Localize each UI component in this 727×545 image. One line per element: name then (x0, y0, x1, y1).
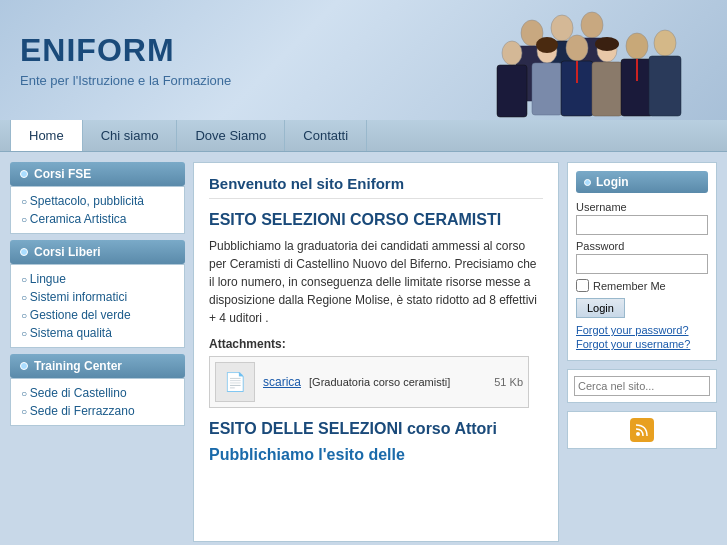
sidebar-link[interactable]: Lingue (21, 270, 174, 288)
sidebar-header-label: Corsi Liberi (34, 245, 101, 259)
svg-rect-19 (649, 56, 681, 116)
section1-text: Pubblichiamo la graduatoria dei candidat… (209, 237, 543, 327)
attachment-box: 📄 scarica [Graduatoria corso ceramisti] … (209, 356, 529, 408)
right-sidebar: Login Username Password Remember Me Logi… (567, 162, 717, 542)
sidebar-link[interactable]: Sistema qualità (21, 324, 174, 342)
svg-point-18 (654, 30, 676, 56)
section3-title: Pubblichiamo l'esito delle (209, 446, 543, 464)
svg-point-2 (551, 15, 573, 41)
forgot-username-link[interactable]: Forgot your username? (576, 338, 708, 350)
welcome-heading: Benvenuto nel sito Eniform (209, 175, 543, 199)
svg-point-11 (566, 35, 588, 61)
sidebar-dot (20, 170, 28, 178)
sidebar-link[interactable]: Spettacolo, pubblicità (21, 192, 174, 210)
sidebar-link[interactable]: Gestione del verde (21, 306, 174, 324)
header: ENIFORM Ente per l'Istruzione e la Forma… (0, 0, 727, 120)
section2-title: ESITO DELLE SELEZIONI corso Attori (209, 420, 543, 438)
password-input[interactable] (576, 254, 708, 274)
svg-point-4 (581, 12, 603, 38)
main-layout: Corsi FSESpettacolo, pubblicitàCeramica … (0, 152, 727, 545)
svg-point-9 (536, 37, 558, 53)
people-illustration (492, 3, 702, 118)
sidebar-header-label: Training Center (34, 359, 122, 373)
sidebar-links-training-center: Sede di CastellinoSede di Ferrazzano (10, 378, 185, 426)
sidebar-header-corsi-fse: Corsi FSE (10, 162, 185, 186)
nav-item-home[interactable]: Home (10, 120, 83, 151)
username-input[interactable] (576, 215, 708, 235)
search-box (567, 369, 717, 403)
login-box: Login Username Password Remember Me Logi… (567, 162, 717, 361)
rss-box (567, 411, 717, 449)
svg-rect-15 (592, 62, 622, 116)
attachment-icon: 📄 (215, 362, 255, 402)
nav-item-dove-siamo[interactable]: Dove Siamo (177, 120, 285, 151)
remember-me-row: Remember Me (576, 279, 708, 292)
sidebar-link[interactable]: Sistemi informatici (21, 288, 174, 306)
sidebar-link[interactable]: Sede di Castellino (21, 384, 174, 402)
login-links: Forgot your password? Forgot your userna… (576, 324, 708, 350)
login-header: Login (576, 171, 708, 193)
svg-rect-7 (497, 65, 527, 117)
svg-point-16 (626, 33, 648, 59)
sidebar-dot (20, 248, 28, 256)
header-image (487, 0, 707, 120)
sidebar-links-corsi-fse: Spettacolo, pubblicitàCeramica Artistica (10, 186, 185, 234)
sidebar-section-corsi-liberi: Corsi LiberiLingueSistemi informaticiGes… (10, 240, 185, 348)
remember-label: Remember Me (593, 280, 666, 292)
sidebar-header-corsi-liberi: Corsi Liberi (10, 240, 185, 264)
sidebar-links-corsi-liberi: LingueSistemi informaticiGestione del ve… (10, 264, 185, 348)
sidebar-link[interactable]: Sede di Ferrazzano (21, 402, 174, 420)
nav-item-contatti[interactable]: Contatti (285, 120, 367, 151)
svg-point-14 (595, 37, 619, 51)
search-input[interactable] (574, 376, 710, 396)
content-area: Benvenuto nel sito Eniform ESITO SELEZIO… (193, 162, 559, 542)
svg-point-22 (636, 432, 640, 436)
sidebar-section-training-center: Training CenterSede di CastellinoSede di… (10, 354, 185, 426)
site-subtitle: Ente per l'Istruzione e la Formazione (20, 73, 231, 88)
navigation: HomeChi siamoDove SiamoContatti (0, 120, 727, 152)
svg-rect-10 (532, 63, 562, 115)
section1-title: ESITO SELEZIONI CORSO CERAMISTI (209, 211, 543, 229)
sidebar-dot (20, 362, 28, 370)
password-label: Password (576, 240, 708, 252)
sidebar: Corsi FSESpettacolo, pubblicitàCeramica … (10, 162, 185, 542)
login-button[interactable]: Login (576, 298, 625, 318)
svg-point-6 (502, 41, 522, 65)
sidebar-section-corsi-fse: Corsi FSESpettacolo, pubblicitàCeramica … (10, 162, 185, 234)
sidebar-header-training-center: Training Center (10, 354, 185, 378)
attachment-name: [Graduatoria corso ceramisti] (309, 376, 486, 388)
login-title: Login (596, 175, 629, 189)
login-dot (584, 179, 591, 186)
sidebar-link[interactable]: Ceramica Artistica (21, 210, 174, 228)
rss-icon[interactable] (630, 418, 654, 442)
attachments-label: Attachments: (209, 337, 543, 351)
nav-item-chi-siamo[interactable]: Chi siamo (83, 120, 178, 151)
sidebar-header-label: Corsi FSE (34, 167, 91, 181)
site-title: ENIFORM (20, 32, 231, 69)
attachment-size: 51 Kb (494, 376, 523, 388)
header-text: ENIFORM Ente per l'Istruzione e la Forma… (20, 32, 231, 88)
forgot-password-link[interactable]: Forgot your password? (576, 324, 708, 336)
attachment-download[interactable]: scarica (263, 375, 301, 389)
username-label: Username (576, 201, 708, 213)
remember-checkbox[interactable] (576, 279, 589, 292)
